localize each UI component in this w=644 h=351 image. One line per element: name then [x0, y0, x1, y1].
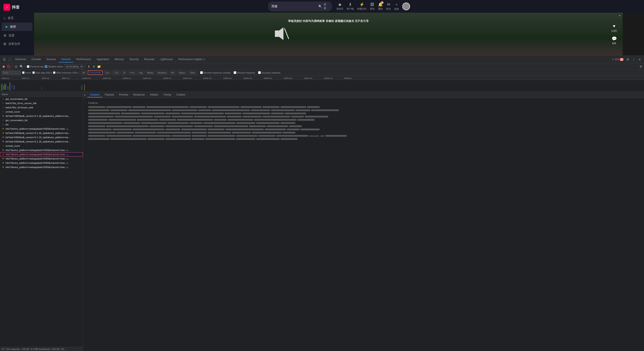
tab-lighthouse[interactable]: Lighthouse: [158, 57, 176, 63]
filter-input[interactable]: [2, 71, 21, 75]
list-item[interactable]: □ get_conversation_list: [0, 97, 83, 101]
hide-data-urls-input[interactable]: [32, 72, 35, 74]
tab-initiator[interactable]: Initiator: [148, 92, 161, 98]
xhr-icon: ⟳: [2, 132, 5, 135]
tab-cookies[interactable]: Cookies: [174, 92, 188, 98]
list-item[interactable]: ⟳ info/?device_platform=webapp&aid=6383&…: [0, 165, 83, 169]
filter-all[interactable]: All: [81, 71, 86, 75]
filter-ws[interactable]: WS: [169, 71, 176, 75]
filter-fetch-xhr[interactable]: Fetch/XHR: [88, 71, 103, 75]
hide-ext-urls-checkbox[interactable]: Hide extension URLs: [53, 72, 78, 74]
list-item[interactable]: ⟳ list?aid=6383&sdk_version=5.1.18_zip&d…: [0, 139, 83, 144]
list-item[interactable]: ⟳ list?aid=6383&sdk_version=5.1.18_zip&d…: [0, 114, 83, 118]
third-party-input[interactable]: [258, 71, 261, 74]
filter-media[interactable]: Media: [146, 71, 155, 75]
list-item[interactable]: ⟳ list?aid=6383&sdk_version=5.1.18_zip&d…: [0, 131, 83, 135]
tab-response[interactable]: Response: [131, 92, 148, 98]
tab-security[interactable]: Security: [127, 57, 141, 63]
blocked-cookies-label: Blocked response cookies: [204, 72, 231, 74]
sidebar-item-recommend[interactable]: ➤ 推荐: [2, 23, 32, 31]
filter-other[interactable]: Other: [188, 71, 197, 75]
list-item[interactable]: □ get_conversation_list: [0, 118, 83, 122]
ruler-tick-12000: 12000 ms: [102, 77, 111, 79]
tab-application[interactable]: Application: [94, 57, 112, 63]
disable-cache-input[interactable]: [45, 65, 47, 68]
hide-ext-urls-label: Hide extension URLs: [56, 72, 78, 74]
name-col-header: Name: [2, 93, 81, 96]
invert-input[interactable]: [22, 72, 24, 74]
blocked-cookies-input[interactable]: [200, 71, 203, 74]
search-icon-btn[interactable]: 🔍: [20, 65, 23, 69]
svg-rect-4: [3, 85, 4, 90]
sidebar-item-home[interactable]: ⌂ 首页: [0, 14, 34, 22]
preserve-log-input[interactable]: [27, 65, 30, 68]
tab-payload[interactable]: Payload: [102, 92, 116, 98]
devtools-tabs-bar: ☰ ⬚ Elements Console Sources Network Per…: [0, 56, 322, 63]
search-bar[interactable]: 🔍 搜索: [268, 2, 322, 11]
invert-checkbox[interactable]: Invert: [22, 72, 31, 74]
sidebar-item-settings[interactable]: ⚙ 设置: [0, 31, 34, 40]
list-item[interactable]: ⟳ info/?device_platform=webapp&aid=6383&…: [0, 161, 83, 165]
disable-cache-checkbox[interactable]: Disable cache: [45, 65, 63, 68]
import-har-btn[interactable]: 📁: [97, 65, 101, 69]
filter-icon-btn[interactable]: ⊟: [14, 65, 18, 69]
filter-img[interactable]: Img: [138, 71, 144, 75]
throttle-dropdown[interactable]: No throttling: [64, 65, 83, 69]
list-item[interactable]: □ unread_count: [0, 144, 83, 148]
hide-ext-urls-input[interactable]: [53, 72, 56, 74]
list-item[interactable]: □ batch/?biz_id=uc_secure_sdk: [0, 101, 83, 105]
blocked-requests-input[interactable]: [234, 71, 236, 74]
svg-rect-12: [82, 85, 82, 90]
tab-timing[interactable]: Timing: [161, 92, 174, 98]
list-item-selected[interactable]: ⟳ info/?device_platform=webapp&aid=6383&…: [0, 152, 83, 157]
devtools-inspect-icon[interactable]: ⬚: [7, 57, 12, 62]
item-name: info/?device_platform=webapp&aid=6383&ch…: [6, 162, 81, 164]
list-item[interactable]: ⟳ info/?device_platform=webapp&aid=6383&…: [0, 157, 83, 161]
upload-btn[interactable]: ⬆: [87, 65, 91, 69]
ruler-tick-10000: 10000 ms: [82, 77, 91, 79]
tab-perf-insights[interactable]: Performance insights ⚠: [176, 57, 208, 63]
search-input[interactable]: [272, 5, 317, 8]
list-item[interactable]: ⟳ list?aid=6383&sdk_version=5.1.18_zip&d…: [0, 135, 83, 139]
cookie-line: [88, 122, 322, 124]
filter-wasm[interactable]: Wasm: [177, 71, 187, 75]
blocked-requests-label: Blocked requests: [237, 72, 255, 74]
devtools-device-icon[interactable]: ☰: [2, 57, 7, 62]
sidebar-settings-label: 设置: [8, 34, 14, 38]
filter-sep: [80, 71, 80, 74]
doc-icon: □: [2, 110, 5, 113]
hide-data-urls-checkbox[interactable]: Hide data URLs: [32, 72, 52, 74]
filter-font[interactable]: Font: [128, 71, 136, 75]
filter-doc[interactable]: Doc: [104, 71, 111, 75]
tab-performance[interactable]: Performance: [74, 57, 94, 63]
sidebar-item-business[interactable]: ⊞ 业务合作: [0, 40, 34, 48]
list-item[interactable]: □ batch/?biz_id=douyin_web: [0, 105, 83, 110]
tab-headers[interactable]: Headers: [87, 92, 102, 98]
third-party-checkbox[interactable]: 3rd-party requests: [258, 71, 280, 74]
cookie-line: [88, 109, 322, 112]
tab-preview[interactable]: Preview: [116, 92, 131, 98]
tab-memory[interactable]: Memory: [112, 57, 126, 63]
preserve-log-checkbox[interactable]: Preserve log: [27, 65, 44, 68]
record-btn[interactable]: ⏺: [2, 65, 6, 69]
list-item[interactable]: ⟳ info/?device_platform=webapp&aid=6383&…: [0, 127, 83, 131]
close-panel-btn[interactable]: ×: [84, 93, 86, 97]
tab-sources[interactable]: Sources: [44, 57, 58, 63]
blocked-requests-checkbox[interactable]: Blocked requests: [234, 71, 255, 74]
download-btn[interactable]: ⬇: [92, 65, 96, 69]
list-item[interactable]: ⟳ info/?device_platform=webapp&aid=6383&…: [0, 148, 83, 152]
clear-btn[interactable]: 🚫: [7, 65, 11, 69]
filter-js[interactable]: JS: [122, 71, 127, 75]
tab-recorder[interactable]: Recorder: [142, 57, 157, 63]
list-item[interactable]: □ unread_count: [0, 110, 83, 114]
filter-manifest[interactable]: Manifest: [156, 71, 168, 75]
filter-css[interactable]: CSS: [112, 71, 120, 75]
blocked-cookies-checkbox[interactable]: Blocked response cookies: [200, 71, 231, 74]
tab-network[interactable]: Network: [59, 57, 73, 63]
cookie-line: [88, 115, 322, 118]
headers-panel: × Headers Payload Preview Response Initi…: [83, 92, 322, 176]
tab-console[interactable]: Console: [29, 57, 44, 63]
list-item[interactable]: □ list: [0, 122, 83, 127]
tab-elements[interactable]: Elements: [13, 57, 28, 63]
svg-rect-5: [5, 84, 5, 90]
